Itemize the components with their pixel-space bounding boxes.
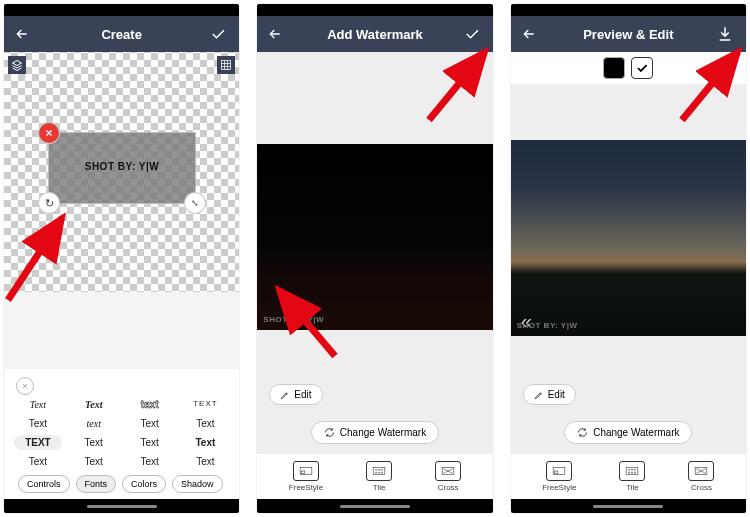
tab-shadow[interactable]: Shadow <box>172 475 223 493</box>
font-option[interactable]: Text <box>126 454 174 469</box>
font-option[interactable]: Text <box>181 435 229 450</box>
font-option[interactable]: Text <box>70 397 118 412</box>
download-button[interactable] <box>710 16 740 52</box>
font-grid: Text Text text TEXT Text text Text Text … <box>14 397 229 469</box>
font-panel: Text Text text TEXT Text text Text Text … <box>4 369 239 499</box>
back-button[interactable] <box>257 26 293 42</box>
change-row: Change Watermark <box>511 413 746 453</box>
mode-tile[interactable]: Tile <box>619 461 645 492</box>
font-option[interactable]: Text <box>14 397 62 412</box>
font-option[interactable]: Text <box>14 416 62 431</box>
edit-button[interactable]: Edit <box>269 384 322 405</box>
swatch-black[interactable] <box>603 57 625 79</box>
rotate-handle[interactable]: ↻ <box>39 193 59 213</box>
screen-create: Create SHOT BY: Y|W ↻ ⤡ Text Text text <box>4 4 239 513</box>
photo-preview[interactable]: SHOT BY: Y|W <box>257 144 492 330</box>
preview-area[interactable]: « SHOT BY: Y|W Edit Change Watermark Fre… <box>511 52 746 499</box>
app-header: Create <box>4 16 239 52</box>
tab-colors[interactable]: Colors <box>122 475 166 493</box>
svg-point-8 <box>379 472 380 473</box>
home-indicator <box>4 499 239 513</box>
font-option[interactable]: Text <box>181 416 229 431</box>
grid-icon[interactable] <box>217 56 235 74</box>
mode-tile[interactable]: Tile <box>366 461 392 492</box>
change-watermark-button[interactable]: Change Watermark <box>311 421 439 444</box>
font-option[interactable]: Text <box>70 454 118 469</box>
edit-button[interactable]: Edit <box>523 384 576 405</box>
mode-label: Cross <box>691 483 712 492</box>
mode-label: FreeStyle <box>289 483 323 492</box>
status-bar <box>257 4 492 16</box>
change-watermark-label: Change Watermark <box>593 427 679 438</box>
watermark-box[interactable]: SHOT BY: Y|W ↻ ⤡ <box>48 132 196 204</box>
cross-icon <box>435 461 461 481</box>
confirm-button[interactable] <box>203 16 233 52</box>
editor-tab-row: Controls Fonts Colors Shadow BG 3D <box>14 469 229 499</box>
mode-cross[interactable]: Cross <box>435 461 461 492</box>
mode-freestyle[interactable]: FreeStyle <box>289 461 323 492</box>
font-option[interactable]: text <box>70 416 118 431</box>
svg-point-6 <box>381 469 382 470</box>
change-watermark-label: Change Watermark <box>340 427 426 438</box>
font-option[interactable]: text <box>126 397 174 412</box>
home-indicator <box>511 499 746 513</box>
font-option[interactable]: TEXT <box>181 397 229 412</box>
scale-handle[interactable]: ⤡ <box>185 193 205 213</box>
screen-add-watermark: Add Watermark SHOT BY: Y|W Edit Change W… <box>257 4 492 513</box>
back-button[interactable] <box>511 26 547 42</box>
mode-label: FreeStyle <box>542 483 576 492</box>
font-option[interactable]: Text <box>126 435 174 450</box>
status-bar <box>511 4 746 16</box>
font-option[interactable]: TEXT <box>14 435 62 450</box>
svg-point-5 <box>379 469 380 470</box>
tab-controls[interactable]: Controls <box>18 475 70 493</box>
tab-bg[interactable]: BG <box>229 475 230 493</box>
app-header: Add Watermark <box>257 16 492 52</box>
svg-point-15 <box>632 469 633 470</box>
svg-point-17 <box>629 472 630 473</box>
confirm-button[interactable] <box>457 16 487 52</box>
applied-watermark: SHOT BY: Y|W <box>263 315 324 324</box>
svg-point-18 <box>632 472 633 473</box>
svg-rect-0 <box>222 61 231 70</box>
mode-row: FreeStyle Tile Cross <box>511 453 746 499</box>
applied-watermark: SHOT BY: Y|W <box>517 321 578 330</box>
edit-label: Edit <box>294 389 311 400</box>
svg-point-7 <box>376 472 377 473</box>
font-option[interactable]: Text <box>14 454 62 469</box>
font-option[interactable]: Text <box>70 435 118 450</box>
mode-label: Tile <box>626 483 639 492</box>
layers-icon[interactable] <box>8 56 26 74</box>
home-indicator <box>257 499 492 513</box>
color-swatch-bar <box>511 52 746 84</box>
photo-preview[interactable]: « SHOT BY: Y|W <box>511 140 746 336</box>
mode-label: Cross <box>438 483 459 492</box>
editor-canvas[interactable]: SHOT BY: Y|W ↻ ⤡ <box>4 52 239 292</box>
change-watermark-button[interactable]: Change Watermark <box>564 421 692 444</box>
tile-icon <box>619 461 645 481</box>
preview-area[interactable]: SHOT BY: Y|W Edit Change Watermark FreeS… <box>257 52 492 499</box>
delete-handle[interactable] <box>39 123 59 143</box>
screen-preview-edit: Preview & Edit « SHOT BY: Y|W Edit Chang… <box>511 4 746 513</box>
font-option[interactable]: Text <box>126 416 174 431</box>
svg-point-4 <box>376 469 377 470</box>
svg-rect-12 <box>555 471 559 473</box>
font-option[interactable]: Text <box>181 454 229 469</box>
watermark-text: SHOT BY: Y|W <box>49 161 195 172</box>
svg-point-19 <box>635 472 636 473</box>
back-button[interactable] <box>4 26 40 42</box>
tile-icon <box>366 461 392 481</box>
svg-point-16 <box>635 469 636 470</box>
svg-rect-2 <box>301 471 305 473</box>
mode-cross[interactable]: Cross <box>688 461 714 492</box>
mode-freestyle[interactable]: FreeStyle <box>542 461 576 492</box>
swatch-white[interactable] <box>631 57 653 79</box>
empty-area <box>4 292 239 369</box>
close-panel-button[interactable] <box>16 377 34 395</box>
freestyle-icon <box>293 461 319 481</box>
freestyle-icon <box>546 461 572 481</box>
tab-fonts[interactable]: Fonts <box>76 475 117 493</box>
edit-label: Edit <box>548 389 565 400</box>
mode-row: FreeStyle Tile Cross <box>257 453 492 499</box>
change-row: Change Watermark <box>257 413 492 453</box>
